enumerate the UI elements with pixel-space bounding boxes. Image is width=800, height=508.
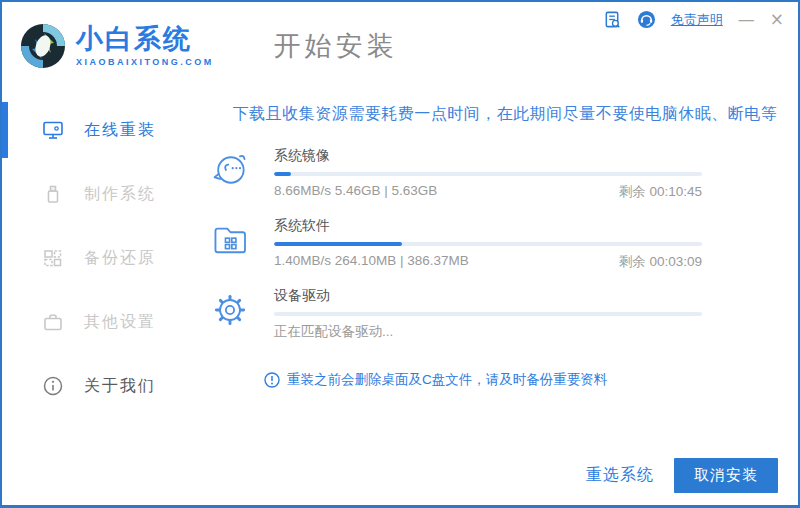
customer-service-icon[interactable] [637, 10, 656, 29]
brand-name: 小白系统 [76, 25, 214, 55]
task-body: 系统镜像 8.66MB/s 5.46GB | 5.63GB 剩余 00:10:4… [274, 147, 702, 201]
task-body: 系统软件 1.40MB/s 264.10MB | 386.37MB 剩余 00:… [274, 217, 702, 271]
task-title: 系统镜像 [274, 147, 702, 165]
info-icon [42, 375, 64, 397]
progress-bar [274, 312, 702, 316]
backup-grid-icon [42, 247, 64, 269]
sidebar-item-other-settings[interactable]: 其他设置 [2, 290, 202, 354]
disclaimer-doc-icon[interactable] [603, 10, 622, 29]
task-row-system-software: 系统软件 1.40MB/s 264.10MB | 386.37MB 剩余 00:… [210, 217, 702, 271]
monitor-icon [42, 119, 64, 141]
sidebar-item-label: 其他设置 [84, 312, 156, 333]
usb-icon [42, 183, 64, 205]
sidebar: 在线重装 制作系统 备份还原 [2, 90, 202, 508]
task-info-row: 正在匹配设备驱动... [274, 323, 702, 341]
progress-bar [274, 172, 702, 176]
page-title: 开始安装 [274, 28, 398, 64]
task-status-text: 正在匹配设备驱动... [274, 323, 393, 341]
brand-block: 小白系统 XIAOBAIXITONG.COM [76, 25, 214, 67]
disclaimer-link[interactable]: 免责声明 [671, 11, 723, 29]
task-title: 系统软件 [274, 217, 702, 235]
main-area: 在线重装 制作系统 备份还原 [2, 90, 798, 508]
gear-icon [210, 290, 250, 330]
sidebar-item-label: 关于我们 [84, 376, 156, 397]
task-body: 设备驱动 正在匹配设备驱动... [274, 287, 702, 341]
warning-text: 下载且收集资源需要耗费一点时间，在此期间尽量不要使电脑休眠、断电等 [202, 104, 798, 125]
app-window: 小白系统 XIAOBAIXITONG.COM 开始安装 免责声明 — × [0, 0, 800, 508]
progress-fill [274, 242, 402, 246]
task-info-row: 8.66MB/s 5.46GB | 5.63GB 剩余 00:10:45 [274, 183, 702, 201]
task-list: 系统镜像 8.66MB/s 5.46GB | 5.63GB 剩余 00:10:4… [210, 147, 702, 341]
sidebar-item-backup-restore[interactable]: 备份还原 [2, 226, 202, 290]
backup-note: 重装之前会删除桌面及C盘文件，请及时备份重要资料 [264, 371, 798, 389]
task-speed-text: 1.40MB/s 264.10MB | 386.37MB [274, 253, 469, 271]
progress-fill [274, 172, 291, 176]
footer-actions: 重选系统 取消安装 [586, 458, 778, 493]
sidebar-item-about-us[interactable]: 关于我们 [2, 354, 202, 418]
exclamation-circle-icon [264, 372, 280, 388]
task-remaining-text: 剩余 00:10:45 [619, 183, 702, 201]
sidebar-item-online-reinstall[interactable]: 在线重装 [2, 98, 202, 162]
mascot-face-icon [210, 150, 250, 190]
task-title: 设备驱动 [274, 287, 702, 305]
brand-domain: XIAOBAIXITONG.COM [76, 57, 214, 67]
cancel-install-button[interactable]: 取消安装 [674, 458, 778, 493]
sidebar-item-label: 备份还原 [84, 248, 156, 269]
window-controls: 免责声明 — × [603, 10, 784, 29]
content: 下载且收集资源需要耗费一点时间，在此期间尽量不要使电脑休眠、断电等 系统镜 [202, 90, 798, 508]
task-row-device-driver: 设备驱动 正在匹配设备驱动... [210, 287, 702, 341]
backup-note-text: 重装之前会删除桌面及C盘文件，请及时备份重要资料 [287, 371, 607, 389]
sidebar-item-label: 在线重装 [84, 120, 156, 141]
task-speed-text: 8.66MB/s 5.46GB | 5.63GB [274, 183, 437, 201]
reselect-system-button[interactable]: 重选系统 [586, 465, 654, 486]
task-info-row: 1.40MB/s 264.10MB | 386.37MB 剩余 00:03:09 [274, 253, 702, 271]
progress-bar [274, 242, 702, 246]
briefcase-icon [42, 311, 64, 333]
sidebar-item-label: 制作系统 [84, 184, 156, 205]
minimize-button[interactable]: — [738, 11, 755, 28]
app-logo-icon [18, 21, 68, 71]
header: 小白系统 XIAOBAIXITONG.COM 开始安装 免责声明 — × [2, 2, 798, 90]
sidebar-item-make-system[interactable]: 制作系统 [2, 162, 202, 226]
close-button[interactable]: × [770, 11, 784, 28]
task-remaining-text: 剩余 00:03:09 [619, 253, 702, 271]
task-row-system-image: 系统镜像 8.66MB/s 5.46GB | 5.63GB 剩余 00:10:4… [210, 147, 702, 201]
folder-apps-icon [210, 220, 250, 260]
